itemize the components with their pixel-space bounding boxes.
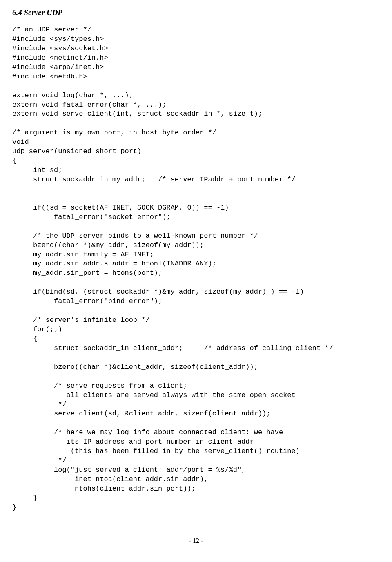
section-heading: 6.4 Server UDP [12,8,380,17]
page-number: - 12 - [12,537,380,544]
code-block: /* an UDP server */ #include <sys/types.… [12,25,380,513]
document-page: 6.4 Server UDP /* an UDP server */ #incl… [0,0,392,553]
